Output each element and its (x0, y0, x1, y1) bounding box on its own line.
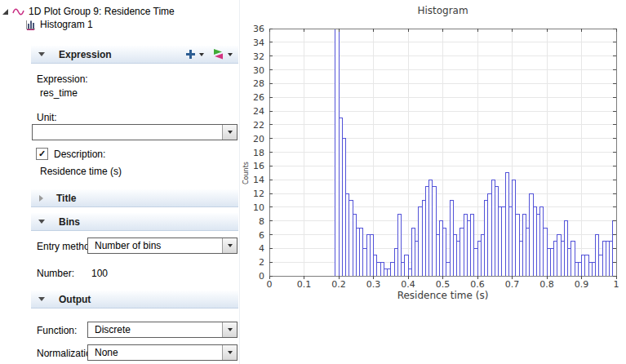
combobox-dropdown-button[interactable] (222, 125, 237, 140)
description-field-label: Description: (54, 149, 105, 160)
y-tick-label: 26 (253, 92, 264, 103)
function-value: Discrete (95, 324, 131, 335)
y-tick-label: 28 (253, 78, 264, 89)
histogram-chart[interactable]: 00.10.20.30.40.50.60.70.80.9102468101214… (242, 0, 626, 310)
y-tick-label: 12 (253, 189, 264, 199)
y-axis-label: Counts (242, 162, 250, 184)
y-tick-label: 10 (253, 202, 264, 213)
section-header-output[interactable]: Output (31, 291, 238, 309)
add-expression-icon[interactable] (186, 50, 195, 59)
y-tick-label: 0 (259, 271, 264, 282)
y-tick-label: 32 (253, 51, 264, 62)
collapse-icon[interactable] (38, 297, 45, 301)
y-tick-label: 24 (253, 106, 264, 117)
number-label: Number: (37, 268, 74, 279)
combobox-dropdown-button[interactable] (222, 322, 237, 337)
histogram-icon (25, 20, 36, 30)
section-header-bins[interactable]: Bins (31, 213, 238, 231)
section-title: Expression (59, 49, 112, 60)
x-tick-label: 0.5 (436, 279, 451, 290)
section-header-title[interactable]: Title (31, 189, 238, 207)
number-of-bins-input[interactable] (84, 266, 243, 281)
combobox-dropdown-button[interactable] (222, 345, 237, 360)
x-axis-label: Residence time (s) (397, 290, 489, 301)
y-tick-label: 2 (259, 257, 264, 268)
expand-icon[interactable] (39, 195, 43, 202)
add-expression-dropdown-icon[interactable] (199, 53, 204, 56)
sine-wave-icon (12, 7, 24, 16)
collapse-icon[interactable] (38, 220, 45, 224)
normalization-value: None (95, 347, 118, 358)
function-label: Function: (37, 325, 77, 336)
x-tick-label: 0.4 (401, 279, 415, 290)
section-header-expression[interactable]: Expression (31, 46, 238, 64)
replace-expression-dropdown-icon[interactable] (228, 53, 233, 56)
tree-node-histogram[interactable]: Histogram 1 (25, 18, 93, 31)
y-tick-label: 6 (259, 230, 264, 241)
x-tick-label: 0 (267, 279, 273, 290)
expression-input[interactable] (33, 86, 244, 100)
x-tick-label: 0.1 (297, 279, 312, 290)
tree-node-label: Histogram 1 (40, 19, 93, 30)
x-tick-label: 0.3 (366, 279, 381, 290)
x-tick-label: 0.2 (331, 279, 346, 290)
y-tick-label: 34 (253, 38, 264, 48)
collapse-icon[interactable] (38, 52, 45, 56)
chart-title: Histogram (417, 5, 468, 16)
entry-method-combobox[interactable]: Number of bins (87, 237, 238, 254)
section-title: Bins (59, 216, 80, 228)
combobox-dropdown-button[interactable] (222, 238, 237, 253)
entry-method-value: Number of bins (95, 240, 161, 251)
y-tick-label: 22 (253, 120, 264, 131)
y-tick-label: 20 (253, 134, 264, 144)
tree-node-label: 1D Plot Group 9: Residence Time (29, 6, 175, 17)
x-tick-label: 0.8 (539, 279, 554, 290)
section-title: Output (59, 294, 91, 305)
unit-field-label: Unit: (37, 112, 57, 123)
y-tick-label: 18 (253, 148, 264, 158)
description-input[interactable] (33, 164, 244, 179)
y-tick-label: 8 (259, 216, 264, 227)
function-combobox[interactable]: Discrete (87, 322, 238, 338)
y-tick-label: 30 (253, 65, 264, 76)
y-tick-label: 4 (259, 243, 264, 254)
tree-node-plot-group[interactable]: 1D Plot Group 9: Residence Time (2, 5, 175, 18)
normalization-combobox[interactable]: None (87, 344, 238, 361)
section-title: Title (56, 193, 76, 204)
y-tick-label: 36 (253, 24, 264, 34)
unit-combobox[interactable] (32, 124, 238, 140)
expression-field-label: Expression: (37, 73, 88, 85)
x-tick-label: 0.7 (505, 279, 520, 290)
x-tick-label: 0.6 (470, 279, 485, 290)
replace-expression-icon[interactable] (213, 49, 224, 60)
y-tick-label: 14 (253, 175, 264, 185)
panel-chart-divider (239, 0, 240, 364)
tree-expanded-icon[interactable] (2, 9, 8, 15)
y-tick-label: 16 (253, 161, 264, 171)
description-checkbox[interactable]: ✓ (36, 148, 48, 160)
x-tick-label: 0.9 (575, 279, 589, 290)
x-tick-label: 1 (614, 279, 619, 290)
